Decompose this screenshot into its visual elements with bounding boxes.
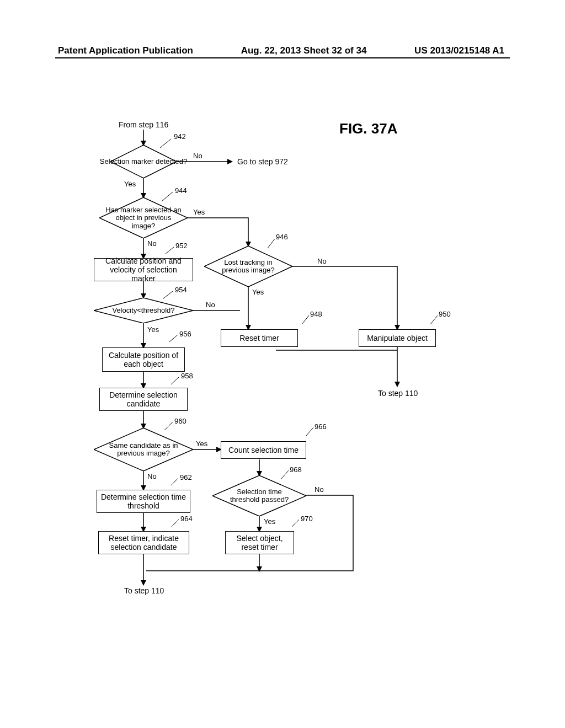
svg-line-12	[430, 315, 438, 324]
header-rule	[55, 57, 510, 58]
label-960-yes: Yes	[196, 440, 207, 448]
process-966: Count selection time	[221, 441, 306, 459]
process-958: Determine selection candidate	[99, 388, 188, 411]
decision-954-label: Velocity<threshold?	[102, 307, 185, 314]
process-962-label: Determine selection time threshold	[100, 493, 186, 510]
svg-line-7	[166, 247, 174, 254]
svg-line-21	[306, 427, 313, 436]
process-952-label: Calculate position and velocity of selec…	[98, 256, 189, 283]
ref-942: 942	[174, 132, 186, 141]
ref-966: 966	[315, 422, 327, 431]
decision-942: Selection marker detected?	[121, 145, 166, 178]
flowchart-edges	[0, 0, 565, 728]
process-956-label: Calculate position of each object	[106, 351, 181, 368]
decision-942-label: Selection marker detected?	[99, 158, 188, 165]
process-970-label: Select object, reset timer	[229, 534, 290, 552]
decision-954: Velocity<threshold?	[105, 298, 182, 323]
svg-line-15	[169, 335, 178, 342]
label-944-yes: Yes	[193, 208, 205, 216]
ref-962: 962	[180, 473, 192, 481]
label-954-yes: Yes	[147, 325, 159, 334]
decision-944: Has marker selected an object in previou…	[110, 197, 177, 238]
label-to-110-bottom: To step 110	[124, 586, 164, 595]
label-946-no: No	[317, 257, 327, 265]
process-952: Calculate position and velocity of selec…	[94, 258, 193, 281]
label-968-yes: Yes	[264, 517, 275, 526]
decision-946: Lost tracking in previous image?	[215, 246, 281, 287]
label-944-no: No	[147, 239, 157, 248]
decision-968: Selection time threshold passed?	[223, 475, 295, 516]
process-948: Reset timer	[221, 329, 298, 347]
ref-954: 954	[175, 286, 187, 294]
label-968-no: No	[315, 485, 324, 494]
ref-952: 952	[175, 242, 188, 250]
header-right: US 2013/0215148 A1	[414, 45, 504, 56]
process-958-label: Determine selection candidate	[103, 390, 184, 408]
ref-956: 956	[179, 330, 191, 338]
process-964-label: Reset timer, indicate selection candidat…	[102, 534, 185, 552]
process-956: Calculate position of each object	[102, 347, 185, 372]
svg-line-11	[302, 315, 309, 324]
header-left: Patent Application Publication	[58, 45, 193, 56]
label-942-yes: Yes	[124, 180, 136, 188]
process-950: Manipulate object	[359, 329, 436, 347]
figure-title: FIG. 37A	[339, 120, 397, 137]
process-970: Select object, reset timer	[225, 531, 294, 554]
label-942-no: No	[193, 152, 202, 160]
decision-946-label: Lost tracking in previous image?	[215, 259, 281, 275]
ref-944: 944	[175, 186, 187, 195]
label-954-no: No	[206, 301, 215, 309]
label-from: From step 116	[119, 120, 168, 129]
ref-970: 970	[301, 515, 313, 523]
process-964: Reset timer, indicate selection candidat…	[98, 531, 189, 554]
process-948-label: Reset timer	[239, 334, 279, 342]
svg-line-17	[171, 377, 179, 384]
ref-964: 964	[180, 515, 193, 523]
process-966-label: Count selection time	[228, 446, 299, 454]
process-950-label: Manipulate object	[367, 334, 428, 342]
process-962: Determine selection time threshold	[97, 490, 190, 513]
ref-960: 960	[174, 417, 186, 425]
svg-line-23	[171, 478, 178, 485]
patent-header: Patent Application Publication Aug. 22, …	[0, 45, 565, 56]
decision-960-label: Same candidate as in previous image?	[105, 442, 182, 458]
svg-line-27	[172, 520, 179, 527]
ref-958: 958	[181, 372, 193, 380]
decision-968-label: Selection time threshold passed?	[226, 488, 292, 504]
ref-968: 968	[290, 465, 302, 474]
ref-946: 946	[276, 233, 288, 241]
page: Patent Application Publication Aug. 22, …	[0, 0, 565, 728]
label-to-110-right: To step 110	[378, 389, 418, 398]
label-960-no: No	[147, 472, 157, 480]
decision-944-label: Has marker selected an object in previou…	[105, 206, 182, 230]
ref-948: 948	[310, 310, 322, 318]
label-946-yes: Yes	[252, 288, 264, 296]
ref-950: 950	[439, 310, 451, 318]
svg-line-29	[292, 520, 299, 527]
decision-960: Same candidate as in previous image?	[104, 428, 183, 471]
header-center: Aug. 22, 2013 Sheet 32 of 34	[241, 45, 367, 56]
label-go-972: Go to step 972	[237, 157, 288, 166]
